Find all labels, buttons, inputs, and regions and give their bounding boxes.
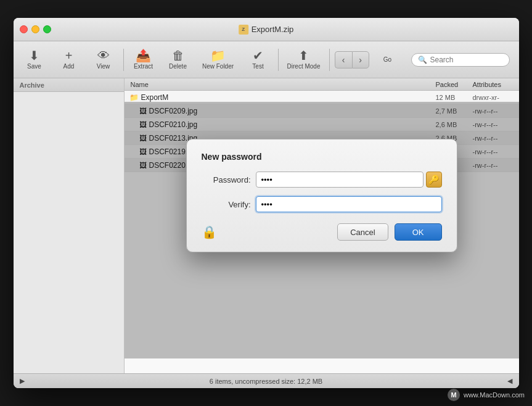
delete-icon: 🗑 (172, 49, 184, 62)
new-folder-button[interactable]: 📁 New Folder (197, 44, 240, 75)
cancel-button[interactable]: Cancel (337, 223, 388, 241)
extract-button[interactable]: 📤 Extract (128, 44, 160, 75)
go-button[interactable]: Go (372, 44, 404, 75)
main-window: Z ExportM.zip ⬇ Save + Add 👁 View 📤 Extr… (14, 18, 519, 388)
extract-icon: 📤 (136, 49, 151, 62)
modal-title: New password (202, 152, 442, 162)
toolbar-separator (123, 49, 124, 71)
test-icon: ✔ (253, 49, 263, 62)
col-packed-header: Packed (433, 81, 470, 88)
col-attr-header: Attributes (470, 81, 519, 88)
maximize-button[interactable] (43, 25, 51, 33)
view-icon: 👁 (97, 49, 110, 62)
modal-overlay: New password Password: 🔑 Verify: (125, 102, 519, 358)
add-icon: + (65, 49, 73, 62)
brand-url: www.MacDown.com (464, 391, 525, 399)
sidebar: Archive (14, 78, 125, 373)
minimize-button[interactable] (31, 25, 39, 33)
ok-button[interactable]: OK (395, 223, 442, 241)
modal-buttons: 🔒 Cancel OK (202, 223, 442, 241)
nav-buttons: ‹ › (335, 51, 369, 68)
forward-button[interactable]: › (352, 51, 369, 68)
verify-input[interactable] (256, 196, 442, 212)
password-input[interactable] (256, 172, 424, 188)
content-area: Name Packed Attributes 📁 ExportM 12 MB d… (125, 78, 519, 373)
col-name-header: Name (125, 81, 245, 88)
toolbar-separator-2 (278, 49, 279, 71)
file-name-cell: 📁 ExportM (125, 93, 245, 102)
brand-logo: M (448, 389, 460, 401)
verify-row: Verify: (202, 196, 442, 212)
delete-label: Delete (169, 63, 187, 70)
save-button[interactable]: ⬇ Save (18, 44, 51, 75)
test-button[interactable]: ✔ Test (242, 44, 274, 75)
view-button[interactable]: 👁 View (88, 44, 120, 75)
verify-input-wrap (256, 196, 442, 212)
lock-icon: 🔒 (202, 225, 217, 239)
window-title: Z ExportM.zip (239, 25, 294, 35)
password-row: Password: 🔑 (202, 172, 442, 188)
column-headers: Name Packed Attributes (125, 78, 519, 91)
search-icon: 🔍 (418, 56, 427, 64)
status-text: 6 items, uncompressed size: 12,2 MB (210, 378, 322, 385)
test-label: Test (252, 63, 263, 70)
branding: M www.MacDown.com (448, 389, 525, 401)
go-label: Go (383, 56, 391, 63)
delete-button[interactable]: 🗑 Delete (162, 44, 194, 75)
direct-mode-button[interactable]: ⬆ Direct Mode (282, 44, 325, 75)
search-input[interactable] (430, 56, 504, 64)
direct-mode-label: Direct Mode (287, 63, 321, 70)
save-label: Save (27, 63, 41, 70)
button-group: Cancel OK (337, 223, 441, 241)
file-type-icon: 📁 (129, 93, 139, 102)
back-button[interactable]: ‹ (335, 51, 352, 68)
search-box[interactable]: 🔍 (411, 53, 510, 67)
password-input-wrap: 🔑 (256, 172, 442, 188)
statusbar: ▶ 6 items, uncompressed size: 12,2 MB ◀ (14, 373, 519, 388)
extract-label: Extract (134, 63, 153, 70)
status-left-icon: ▶ (20, 377, 25, 385)
file-attr: drwxr-xr- (470, 94, 519, 101)
toolbar: ⬇ Save + Add 👁 View 📤 Extract 🗑 Delete 📁… (14, 41, 519, 78)
password-label: Password: (202, 175, 251, 184)
status-right-icon: ◀ (507, 377, 512, 385)
zip-icon: Z (239, 25, 248, 35)
add-button[interactable]: + Add (53, 44, 85, 75)
add-label: Add (63, 63, 75, 70)
new-folder-icon: 📁 (210, 49, 226, 62)
sidebar-header: Archive (14, 78, 124, 92)
file-packed: 12 MB (433, 94, 470, 101)
title-text: ExportM.zip (252, 25, 294, 34)
new-folder-label: New Folder (202, 63, 234, 70)
traffic-lights (20, 25, 51, 33)
verify-label: Verify: (202, 200, 251, 209)
titlebar: Z ExportM.zip (14, 18, 519, 41)
direct-mode-icon: ⬆ (298, 49, 309, 62)
file-name: ExportM (141, 93, 169, 102)
save-icon: ⬇ (29, 49, 39, 62)
toolbar-separator-3 (329, 49, 330, 71)
password-modal: New password Password: 🔑 Verify: (186, 139, 457, 252)
main-area: Archive Name Packed Attributes 📁 ExportM (14, 78, 519, 373)
key-button[interactable]: 🔑 (426, 172, 442, 188)
view-label: View (97, 63, 110, 70)
close-button[interactable] (20, 25, 28, 33)
